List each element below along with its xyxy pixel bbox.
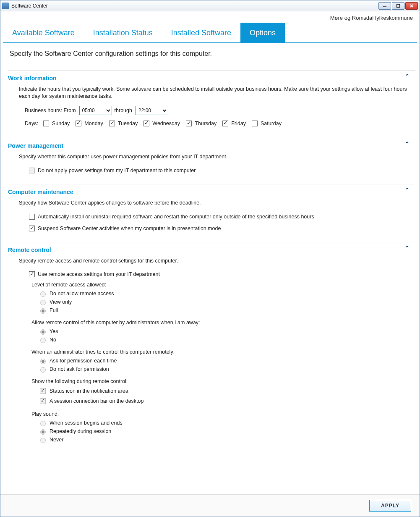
- checkbox-wednesday[interactable]: [143, 121, 149, 126]
- maint-suspend-presentation[interactable]: Suspend Software Center activities when …: [27, 224, 221, 233]
- chevron-up-icon[interactable]: ⌃: [405, 187, 410, 193]
- maint-auto-install[interactable]: Automatically install or uninstall requi…: [27, 213, 314, 221]
- maint-desc: Specify how Software Center applies chan…: [19, 199, 414, 207]
- bh-to-select[interactable]: 22:00: [136, 106, 168, 115]
- checkbox-thursday[interactable]: [186, 121, 192, 126]
- remote-try-ask[interactable]: Ask for permission each time: [38, 357, 414, 364]
- window-buttons: [378, 2, 418, 10]
- checkbox-use-it-settings[interactable]: [29, 271, 35, 277]
- remote-try-noask[interactable]: Do not ask for permission: [38, 366, 414, 373]
- maximize-button[interactable]: [392, 2, 404, 10]
- day-label: Sunday: [52, 121, 70, 126]
- day-label: Thursday: [195, 121, 217, 126]
- day-friday[interactable]: Friday: [221, 119, 246, 128]
- power-opt[interactable]: Do not apply power settings from my IT d…: [27, 166, 196, 175]
- tab-bar: Available Software Installation Status I…: [3, 23, 417, 43]
- power-desc: Specify whether this computer uses power…: [19, 153, 414, 160]
- checkbox-power-opt[interactable]: [29, 168, 35, 173]
- radio-away-no[interactable]: [40, 338, 46, 343]
- remote-sound-never[interactable]: Never: [38, 436, 414, 443]
- radio-sound-ends[interactable]: [40, 421, 46, 426]
- tab-installation-status[interactable]: Installation Status: [84, 23, 162, 42]
- bh-from-select[interactable]: 05:00: [79, 106, 112, 115]
- checkbox-monday[interactable]: [76, 121, 81, 126]
- opt-label: Do not apply power settings from my IT d…: [38, 168, 196, 173]
- radio-label: Yes: [50, 328, 58, 334]
- minimize-button[interactable]: [378, 2, 391, 10]
- radio-away-yes[interactable]: [40, 329, 46, 335]
- checkbox-tuesday[interactable]: [109, 121, 115, 126]
- chevron-up-icon[interactable]: ⌃: [405, 73, 410, 79]
- radio-level-view[interactable]: [40, 300, 46, 305]
- window-title: Software Center: [11, 3, 378, 9]
- radio-try-noask[interactable]: [40, 367, 46, 373]
- opt-label: A session connection bar on the desktop: [50, 398, 143, 404]
- day-wednesday[interactable]: Wednesday: [142, 119, 180, 128]
- checkbox-saturday[interactable]: [252, 121, 258, 126]
- day-sunday[interactable]: Sunday: [42, 119, 70, 128]
- svg-rect-1: [397, 4, 400, 7]
- section-title: Computer maintenance: [8, 189, 414, 195]
- remote-try-label: When an administrator tries to control t…: [31, 349, 414, 355]
- tab-installed-software[interactable]: Installed Software: [162, 23, 240, 42]
- remote-away-label: Allow remote control of this computer by…: [31, 320, 414, 325]
- section-power-management: ⌃ Power management Specify whether this …: [8, 138, 415, 184]
- tab-options[interactable]: Options: [240, 23, 285, 42]
- radio-sound-never[interactable]: [40, 438, 46, 443]
- radio-level-deny[interactable]: [40, 291, 46, 297]
- remote-show-icon[interactable]: Status icon in the notification area: [38, 387, 414, 395]
- remote-desc: Specify remote access and remote control…: [19, 257, 414, 265]
- software-center-window: Software Center Møre og Romsdal fylkesko…: [0, 0, 420, 517]
- page-intro: Specify the Software Center configuratio…: [10, 50, 415, 58]
- day-label: Monday: [84, 121, 103, 126]
- tab-available-software[interactable]: Available Software: [3, 23, 84, 42]
- remote-show-label: Show the following during remote control…: [31, 378, 414, 384]
- remote-away-no[interactable]: No: [38, 336, 414, 343]
- remote-sound-ends[interactable]: When session begins and ends: [38, 420, 414, 426]
- day-tuesday[interactable]: Tuesday: [107, 119, 138, 128]
- close-button[interactable]: [405, 2, 418, 10]
- section-work-information: ⌃ Work information Indicate the hours th…: [8, 70, 415, 138]
- opt-label: Suspend Software Center activities when …: [38, 226, 221, 231]
- checkbox-friday[interactable]: [222, 121, 228, 126]
- days-label: Days:: [25, 121, 38, 126]
- checkbox-show-session-bar[interactable]: [40, 398, 46, 404]
- day-thursday[interactable]: Thursday: [184, 119, 217, 128]
- apply-button[interactable]: APPLY: [369, 500, 411, 512]
- remote-sound-label: Play sound:: [31, 411, 414, 417]
- checkbox-auto-install[interactable]: [29, 214, 35, 220]
- opt-label: Use remote access settings from your IT …: [38, 271, 160, 277]
- remote-away-yes[interactable]: Yes: [38, 328, 414, 335]
- checkbox-suspend-presentation[interactable]: [29, 226, 35, 231]
- remote-level-label: Level of remote access allowed:: [31, 282, 414, 288]
- day-label: Tuesday: [118, 121, 138, 126]
- radio-sound-repeat[interactable]: [40, 429, 46, 435]
- day-label: Wednesday: [152, 121, 180, 126]
- bh-from-label: Business hours: From: [25, 108, 76, 113]
- chevron-up-icon[interactable]: ⌃: [405, 141, 410, 147]
- remote-use-it-settings[interactable]: Use remote access settings from your IT …: [27, 270, 160, 278]
- checkbox-sunday[interactable]: [43, 121, 49, 126]
- days-checkboxes: Sunday Monday Tuesday Wednesday Thursday…: [42, 119, 282, 128]
- radio-label: Never: [50, 437, 63, 443]
- section-remote-control: ⌃ Remote control Specify remote access a…: [8, 242, 415, 451]
- chevron-up-icon[interactable]: ⌃: [405, 245, 410, 251]
- remote-show-bar[interactable]: A session connection bar on the desktop: [38, 397, 414, 405]
- section-title: Remote control: [8, 247, 414, 253]
- day-saturday[interactable]: Saturday: [250, 119, 282, 128]
- remote-sound-repeat[interactable]: Repeatedly during session: [38, 428, 414, 435]
- remote-level-full[interactable]: Full: [38, 307, 414, 314]
- bh-through-label: through: [115, 108, 132, 113]
- organization-label: Møre og Romsdal fylkeskommune: [0, 11, 420, 23]
- remote-level-view[interactable]: View only: [38, 299, 414, 305]
- radio-try-ask[interactable]: [40, 359, 46, 364]
- day-monday[interactable]: Monday: [74, 119, 103, 128]
- radio-level-full[interactable]: [40, 308, 46, 314]
- checkbox-show-status-icon[interactable]: [40, 388, 46, 394]
- remote-level-deny[interactable]: Do not allow remote access: [38, 290, 414, 297]
- business-hours-row: Business hours: From 05:00 through 22:00: [25, 106, 414, 115]
- radio-label: Do not ask for permission: [50, 366, 109, 372]
- options-page: Specify the Software Center configuratio…: [0, 43, 420, 494]
- day-label: Saturday: [261, 121, 282, 126]
- section-title: Power management: [8, 142, 414, 149]
